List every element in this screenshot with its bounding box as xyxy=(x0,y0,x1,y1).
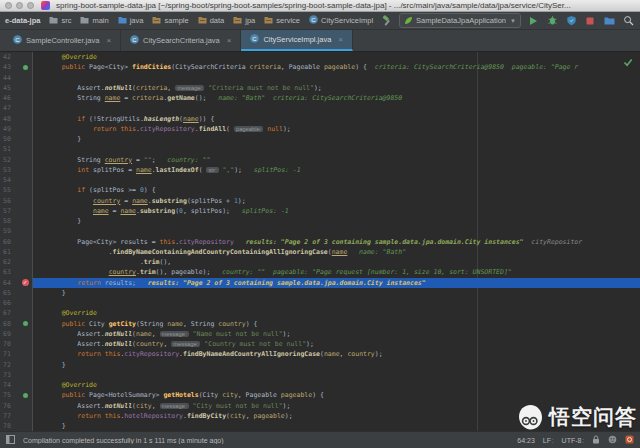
editor-tab-samplecontroller-java[interactable]: CSampleController.java× xyxy=(4,30,121,51)
breadcrumb-item-cityserviceimpl[interactable]: CCityServiceImpl xyxy=(309,15,373,26)
inspections-profile-icon[interactable] xyxy=(608,435,617,445)
gutter[interactable]: 67 xyxy=(0,308,33,318)
lock-icon[interactable] xyxy=(592,435,600,445)
editor-tab-cityserviceimpl-java[interactable]: CCityServiceImpl.java× xyxy=(241,30,353,51)
code-text[interactable]: @Override xyxy=(33,308,640,318)
gutter[interactable]: 68 xyxy=(0,319,33,329)
code-text[interactable]: } xyxy=(33,421,640,431)
gutter[interactable]: 72 xyxy=(0,360,33,370)
gutter[interactable]: 74 xyxy=(0,380,33,390)
gutter[interactable]: 66 xyxy=(0,298,33,308)
breadcrumb-item-data[interactable]: data xyxy=(198,16,225,26)
run-config-selector[interactable]: SampleDataJpaApplication ▼ xyxy=(399,13,521,28)
code-text[interactable]: country = name.substring(splitPos + 1); xyxy=(33,196,640,206)
gutter[interactable]: 52 xyxy=(0,155,33,165)
code-text[interactable]: Assert.notNull(country, message: "Countr… xyxy=(33,339,640,349)
gutter[interactable]: 44 xyxy=(0,73,33,83)
gutter[interactable]: 54 xyxy=(0,175,33,185)
gutter[interactable]: 57 xyxy=(0,206,33,216)
gutter[interactable]: 65 xyxy=(0,288,33,298)
gutter[interactable]: 64✓ xyxy=(0,278,33,288)
code-text[interactable] xyxy=(33,175,640,185)
code-text[interactable] xyxy=(33,298,640,308)
gutter[interactable]: 46 xyxy=(0,93,33,103)
debug-button[interactable] xyxy=(545,14,559,28)
inspections-ok-icon[interactable] xyxy=(623,53,633,71)
implementing-method-icon[interactable] xyxy=(18,65,32,70)
breadcrumb-item-main[interactable]: main xyxy=(80,16,108,26)
line-ending-widget[interactable]: LF∶ xyxy=(543,437,554,444)
caret-position-widget[interactable]: 64:23 xyxy=(517,437,535,444)
gutter[interactable]: 56 xyxy=(0,196,33,206)
close-tab-icon[interactable]: × xyxy=(106,37,111,45)
stop-button[interactable] xyxy=(583,14,597,28)
code-text[interactable]: name = name.substring(0, splitPos); spli… xyxy=(33,206,640,216)
code-text[interactable] xyxy=(33,103,640,113)
code-text[interactable]: String name = criteria.getName(); name: … xyxy=(33,93,640,103)
run-button[interactable] xyxy=(526,14,540,28)
implementing-method-icon[interactable] xyxy=(18,393,32,398)
code-text[interactable]: String country = ""; country: "" xyxy=(33,155,640,165)
gutter[interactable]: 60 xyxy=(0,237,33,247)
gutter[interactable]: 48 xyxy=(0,114,33,124)
code-text[interactable]: Assert.notNull(name, message: "Name must… xyxy=(33,329,640,339)
code-text[interactable]: } xyxy=(33,216,640,226)
breadcrumb-item-sample[interactable]: sample xyxy=(152,16,188,26)
gutter[interactable]: 62 xyxy=(0,257,33,267)
gutter[interactable]: 51 xyxy=(0,144,33,154)
build-hammer-button[interactable] xyxy=(380,14,394,28)
code-text[interactable]: return results; results: "Page 2 of 3 co… xyxy=(33,278,640,288)
code-text[interactable] xyxy=(33,144,640,154)
breadcrumb-item-java[interactable]: java xyxy=(118,16,144,26)
code-text[interactable]: public City getCity(String name, String … xyxy=(33,319,640,329)
code-text[interactable]: country.trim(), pageable); country: "" p… xyxy=(33,267,640,277)
code-text[interactable]: int splitPos = name.lastIndexOf( str: ",… xyxy=(33,165,640,175)
code-text[interactable]: return this.cityRepository.findByNameAnd… xyxy=(33,349,640,359)
close-tab-icon[interactable]: × xyxy=(338,36,343,44)
gutter[interactable]: 47 xyxy=(0,103,33,113)
code-text[interactable]: return this.hotelRepository.findByCity(c… xyxy=(33,411,640,421)
code-text[interactable]: } xyxy=(33,288,640,298)
gutter[interactable]: 59 xyxy=(0,226,33,236)
gutter[interactable]: 75 xyxy=(0,390,33,400)
code-text[interactable]: } xyxy=(33,360,640,370)
gutter[interactable]: 53 xyxy=(0,165,33,175)
gutter[interactable]: 61 xyxy=(0,247,33,257)
close-tab-icon[interactable]: × xyxy=(227,37,232,45)
code-text[interactable]: public Page<HotelSummary> getHotels(City… xyxy=(33,390,640,400)
code-text[interactable]: @Override xyxy=(33,52,640,62)
gutter[interactable]: 43 xyxy=(0,62,33,72)
breadcrumb-item-e-data-jpa[interactable]: e-data-jpa xyxy=(5,16,40,25)
minimize-window-button[interactable] xyxy=(16,2,23,9)
gutter[interactable]: 50 xyxy=(0,134,33,144)
gutter[interactable]: 63 xyxy=(0,267,33,277)
gutter[interactable]: 69 xyxy=(0,329,33,339)
code-text[interactable] xyxy=(33,226,640,236)
search-everywhere-button[interactable] xyxy=(621,14,635,28)
code-text[interactable]: @Override xyxy=(33,380,640,390)
gutter[interactable]: 77 xyxy=(0,411,33,421)
gutter[interactable]: 76 xyxy=(0,401,33,411)
gutter[interactable]: 45 xyxy=(0,83,33,93)
code-text[interactable]: Assert.notNull(criteria, message: "Crite… xyxy=(33,83,640,93)
code-text[interactable]: .trim(), xyxy=(33,257,640,267)
code-text[interactable]: return this.cityRepository.findAll( page… xyxy=(33,124,640,134)
gutter[interactable]: 71 xyxy=(0,349,33,359)
code-text[interactable]: Page<City> results = this.cityRepository… xyxy=(33,237,640,247)
code-text[interactable]: Assert.notNull(city, message: "City must… xyxy=(33,401,640,411)
code-text[interactable]: if (splitPos >= 0) { xyxy=(33,185,640,195)
breadcrumb-item-service[interactable]: service xyxy=(264,16,300,26)
editor-tab-citysearchcriteria-java[interactable]: CCitySearchCriteria.java× xyxy=(121,30,241,51)
implementing-method-icon[interactable] xyxy=(18,321,32,326)
gutter[interactable]: 58 xyxy=(0,216,33,226)
code-text[interactable] xyxy=(33,370,640,380)
code-text[interactable]: public Page<City> findCities(CitySearchC… xyxy=(33,62,640,72)
breadcrumb-item-src[interactable]: src xyxy=(49,16,71,26)
gutter[interactable]: 49 xyxy=(0,124,33,134)
gutter[interactable]: 73 xyxy=(0,370,33,380)
gutter[interactable]: 70 xyxy=(0,339,33,349)
coverage-button[interactable] xyxy=(564,14,578,28)
breadcrumb-item-jpa[interactable]: jpa xyxy=(233,16,255,26)
toolwindow-toggle-icon[interactable] xyxy=(6,435,15,445)
close-window-button[interactable] xyxy=(5,2,12,9)
